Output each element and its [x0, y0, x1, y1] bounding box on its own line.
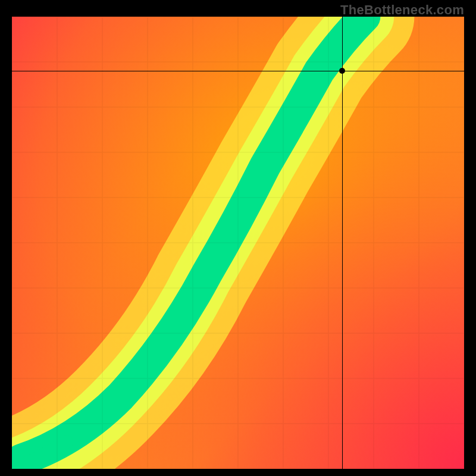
heatmap-svg: [12, 17, 464, 469]
crosshair-horizontal: [12, 71, 464, 71]
crosshair-vertical: [342, 17, 343, 469]
heatmap-plot: [12, 17, 464, 469]
watermark-text: TheBottleneck.com: [340, 2, 464, 18]
marker-dot: [339, 68, 345, 74]
chart-page: TheBottleneck.com: [0, 0, 476, 476]
